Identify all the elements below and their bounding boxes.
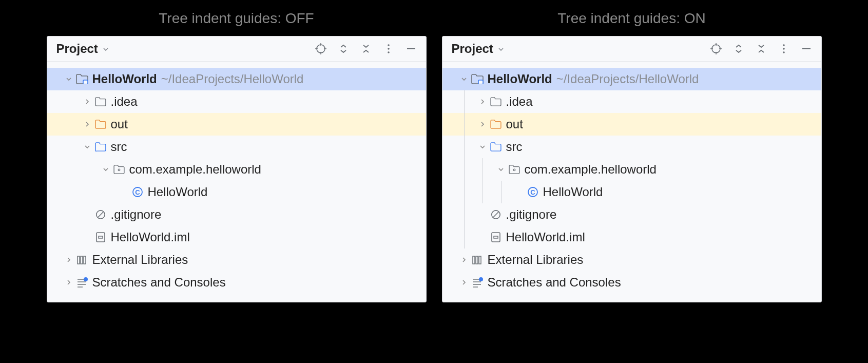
svg-point-6 [388,48,390,50]
tree-item-label: src [506,140,523,154]
scratches-icon [75,277,89,288]
chevron-right-icon[interactable] [81,98,93,105]
chevron-right-icon[interactable] [63,256,75,263]
tree-item-label: .idea [506,94,533,109]
expand-icon[interactable] [733,43,744,54]
tree-item-class[interactable]: C HelloWorld [442,181,821,203]
folder-icon [93,97,108,106]
indent-guide [483,181,483,203]
svg-rect-18 [81,256,83,264]
tree-item-scratches[interactable]: Scratches and Consoles [442,271,821,294]
collapse-icon[interactable] [360,43,372,54]
folder-orange-icon [489,120,503,129]
chevron-down-icon[interactable] [100,166,112,173]
library-icon [75,255,89,265]
chevron-right-icon[interactable] [458,256,470,263]
minimize-icon[interactable] [406,43,417,54]
tree-item-label: com.example.helloworld [525,162,657,177]
chevron-right-icon[interactable] [81,121,93,128]
panel-right: Tree indent guides: ON Project [442,10,822,302]
svg-point-32 [783,51,785,53]
tree-root[interactable]: HelloWorld ~/IdeaProjects/HelloWorld [442,68,821,90]
tree-item-label: .idea [111,94,138,109]
tree-item-label: src [111,140,127,154]
svg-rect-40 [492,233,500,242]
svg-rect-44 [479,256,481,264]
target-icon[interactable] [315,43,326,54]
project-folder-icon [470,74,485,84]
more-icon[interactable] [778,43,789,54]
chevron-down-icon[interactable] [476,143,489,150]
svg-rect-41 [494,236,498,238]
toolbar: Project [47,36,426,62]
tree: HelloWorld ~/IdeaProjects/HelloWorld .id… [442,62,821,302]
tree-item-idea[interactable]: .idea [442,90,821,113]
tree-item-iml[interactable]: HelloWorld.iml [47,226,426,249]
chevron-down-icon[interactable] [495,166,507,173]
tree-root[interactable]: HelloWorld ~/IdeaProjects/HelloWorld [47,68,426,90]
chevron-down-icon[interactable] [81,143,93,150]
tree-item-label: External Libraries [92,253,188,267]
project-panel: Project [47,36,427,302]
tree-item-out[interactable]: out [442,113,821,136]
tree-item-class[interactable]: C HelloWorld [47,181,426,203]
tree-item-external-libs[interactable]: External Libraries [442,249,821,271]
tree-item-gitignore[interactable]: .gitignore [47,203,426,226]
chevron-right-icon[interactable] [63,279,75,286]
class-icon: C [130,186,145,198]
toolbar-title[interactable]: Project [452,42,505,56]
tree-item-label: Scratches and Consoles [92,275,226,290]
svg-point-35 [513,169,515,171]
tree-item-scratches[interactable]: Scratches and Consoles [47,271,426,294]
svg-rect-15 [97,233,105,242]
svg-line-39 [493,212,498,218]
svg-point-10 [118,169,120,171]
caption-left: Tree indent guides: OFF [159,10,314,27]
tree-item-package[interactable]: com.example.helloworld [442,158,821,181]
target-icon[interactable] [710,43,722,54]
tree-root-path: ~/IdeaProjects/HelloWorld [161,72,304,86]
svg-rect-34 [478,80,483,84]
tree-item-iml[interactable]: HelloWorld.iml [442,226,821,249]
more-icon[interactable] [383,43,394,54]
svg-point-25 [712,45,720,53]
chevron-right-icon[interactable] [476,98,489,105]
indent-guide [464,181,465,203]
tree-item-idea[interactable]: .idea [47,90,426,113]
tree-item-label: HelloWorld.iml [111,230,190,244]
collapse-icon[interactable] [756,43,767,54]
toolbar-actions [315,43,417,54]
package-icon [112,165,126,174]
tree-item-gitignore[interactable]: .gitignore [442,203,821,226]
tree-item-external-libs[interactable]: External Libraries [47,249,426,271]
chevron-down-icon[interactable] [458,75,470,83]
scratches-icon [470,277,485,288]
chevron-right-icon[interactable] [476,121,489,128]
chevron-down-icon[interactable] [63,75,75,83]
toolbar-title-text: Project [452,42,493,56]
minimize-icon[interactable] [801,43,812,54]
svg-point-31 [783,48,785,50]
toolbar: Project [442,36,821,62]
indent-guide [464,158,465,181]
ignore-icon [93,209,108,220]
toolbar-title[interactable]: Project [56,42,109,56]
expand-icon[interactable] [338,43,349,54]
toolbar-actions [710,43,812,54]
library-icon [470,255,485,265]
class-icon: C [526,186,540,198]
ignore-icon [489,209,503,220]
svg-point-49 [479,277,483,281]
svg-rect-17 [78,256,80,264]
svg-point-0 [317,45,325,53]
folder-orange-icon [93,120,108,129]
tree-item-src[interactable]: src [442,136,821,158]
chevron-right-icon[interactable] [458,279,470,286]
tree-item-label: out [111,117,128,131]
tree-item-out[interactable]: out [47,113,426,136]
tree-item-package[interactable]: com.example.helloworld [47,158,426,181]
file-icon [93,232,108,243]
svg-line-14 [98,212,103,218]
tree-item-label: Scratches and Consoles [488,275,621,290]
tree-item-src[interactable]: src [47,136,426,158]
